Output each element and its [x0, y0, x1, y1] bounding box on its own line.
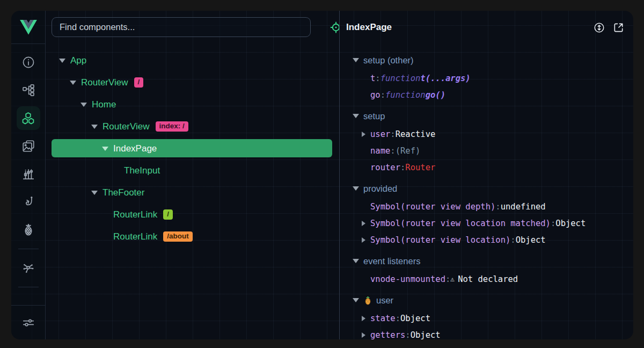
- section-provided: providedSymbol(router view depth) : unde…: [340, 179, 633, 248]
- section-header[interactable]: setup: [340, 106, 633, 126]
- section-label: setup: [363, 111, 385, 121]
- sidebar-item-assets[interactable]: [17, 132, 40, 160]
- expand-toggle-icon[interactable]: [80, 103, 87, 107]
- property-key: Symbol(router view location matched): [370, 219, 551, 228]
- info-icon: [21, 55, 35, 69]
- property-row[interactable]: getters : Object: [340, 327, 633, 339]
- key-value-separator: :: [405, 330, 410, 340]
- tree-row-theinput[interactable]: TheInput: [46, 160, 339, 182]
- section-header[interactable]: setup (other): [340, 50, 633, 70]
- property-value: Reactive: [396, 129, 436, 139]
- key-value-separator: :: [400, 163, 405, 172]
- section-setup-other-: setup (other)t : function t(...args)go :…: [340, 50, 633, 103]
- section-event-listeners: event listenersvnode-unmounted : ⚠Not de…: [340, 251, 633, 287]
- tree-row-routerlink[interactable]: RouterLink/: [46, 204, 339, 226]
- section-header[interactable]: provided: [340, 179, 633, 198]
- property-key: Symbol(router view location): [370, 235, 510, 245]
- hook-icon: [21, 195, 35, 209]
- tree-row-app[interactable]: App: [46, 49, 339, 71]
- property-value: Router: [405, 163, 435, 172]
- property-key: router: [370, 163, 400, 172]
- component-name: RouterLink: [113, 231, 157, 242]
- tree-row-indexpage[interactable]: IndexPage: [46, 137, 339, 160]
- scroll-to-icon[interactable]: [591, 20, 606, 35]
- sidebar-divider: [18, 249, 39, 249]
- expand-icon[interactable]: [362, 316, 365, 321]
- collapse-toggle-icon[interactable]: [353, 58, 359, 62]
- property-value: undefined: [501, 202, 546, 212]
- section-setup: setupuser : Reactivename : (Ref)router :…: [340, 106, 633, 176]
- component-name: RouterLink: [113, 209, 157, 220]
- search-input[interactable]: [52, 17, 311, 37]
- expand-toggle-icon[interactable]: [59, 59, 65, 63]
- warning-icon: ⚠: [450, 275, 455, 283]
- images-icon: [21, 139, 35, 153]
- sidebar-item-graph[interactable]: [17, 254, 40, 282]
- expand-icon[interactable]: [362, 132, 365, 137]
- sidebar-item-pages[interactable]: [17, 76, 40, 104]
- property-row[interactable]: user : Reactive: [340, 126, 633, 142]
- sidebar-item-timeline[interactable]: [17, 160, 40, 188]
- expand-toggle-icon[interactable]: [91, 125, 98, 129]
- open-in-editor-icon[interactable]: [611, 20, 626, 35]
- vue-logo: [11, 11, 45, 44]
- property-row: Symbol(router view depth) : undefined: [340, 198, 633, 215]
- section-header[interactable]: user: [340, 291, 633, 310]
- sidebar-item-pinia[interactable]: [17, 216, 40, 244]
- target-crosshair-icon[interactable]: [330, 21, 339, 34]
- sidebar-item-overview[interactable]: [17, 48, 40, 76]
- route-badge: /: [163, 209, 173, 220]
- sidebar-item-settings[interactable]: [17, 309, 40, 337]
- graph-icon: [21, 261, 35, 275]
- key-value-separator: :: [495, 202, 500, 212]
- collapse-toggle-icon[interactable]: [353, 298, 359, 302]
- component-name: Home: [92, 99, 116, 110]
- expand-toggle-icon[interactable]: [91, 191, 98, 195]
- property-value: Object: [555, 219, 586, 228]
- component-name: TheInput: [124, 165, 160, 176]
- collapse-toggle-icon[interactable]: [353, 259, 359, 263]
- sidebar-item-router[interactable]: [17, 188, 40, 216]
- sidebar-divider: [18, 287, 39, 287]
- section-header[interactable]: event listeners: [340, 251, 633, 271]
- property-key: state: [370, 314, 396, 323]
- property-key: go: [370, 90, 380, 100]
- tree-row-routerlink[interactable]: RouterLink/about: [46, 226, 339, 248]
- component-name: RouterView: [81, 77, 128, 88]
- property-row: t : function t(...args): [340, 70, 633, 86]
- route-badge: /about: [163, 231, 193, 242]
- sliders-icon: [21, 316, 35, 330]
- expand-icon[interactable]: [362, 332, 365, 338]
- property-key: getters: [370, 330, 405, 340]
- expand-icon[interactable]: [362, 237, 365, 243]
- property-row[interactable]: state : Object: [340, 310, 633, 327]
- section-label: provided: [363, 184, 397, 194]
- property-value: (Ref): [396, 146, 421, 156]
- mixer-icon: [21, 167, 35, 181]
- tree-row-thefooter[interactable]: TheFooter: [46, 182, 339, 204]
- property-key: t: [370, 74, 375, 83]
- key-value-separator: :: [396, 314, 400, 323]
- tree-row-home[interactable]: Home: [46, 93, 339, 115]
- pinia-store-icon: [363, 296, 376, 305]
- org-chart-icon: [21, 83, 35, 97]
- hexagons-icon: [21, 111, 35, 126]
- property-row: vnode-unmounted : ⚠Not declared: [340, 271, 633, 287]
- route-badge: index: /: [156, 121, 188, 132]
- property-row[interactable]: Symbol(router view location matched) : O…: [340, 215, 633, 231]
- collapse-toggle-icon[interactable]: [353, 114, 359, 118]
- expand-icon[interactable]: [362, 221, 365, 226]
- component-name: RouterView: [103, 121, 150, 132]
- collapse-toggle-icon[interactable]: [353, 186, 359, 191]
- section-label: user: [376, 295, 393, 306]
- expand-toggle-icon[interactable]: [70, 81, 76, 85]
- tree-row-routerview[interactable]: RouterView/: [46, 71, 339, 93]
- property-row[interactable]: Symbol(router view location) : Object: [340, 231, 633, 248]
- tree-row-routerview[interactable]: RouterViewindex: /: [46, 115, 339, 137]
- sidebar-item-components[interactable]: [17, 106, 40, 130]
- key-value-separator: :: [380, 90, 385, 100]
- expand-toggle-icon[interactable]: [102, 147, 108, 151]
- component-name: App: [70, 55, 86, 66]
- property-row: go : function go(): [340, 86, 633, 103]
- component-tree-panel: AppRouterView/HomeRouterViewindex: /Inde…: [46, 11, 339, 339]
